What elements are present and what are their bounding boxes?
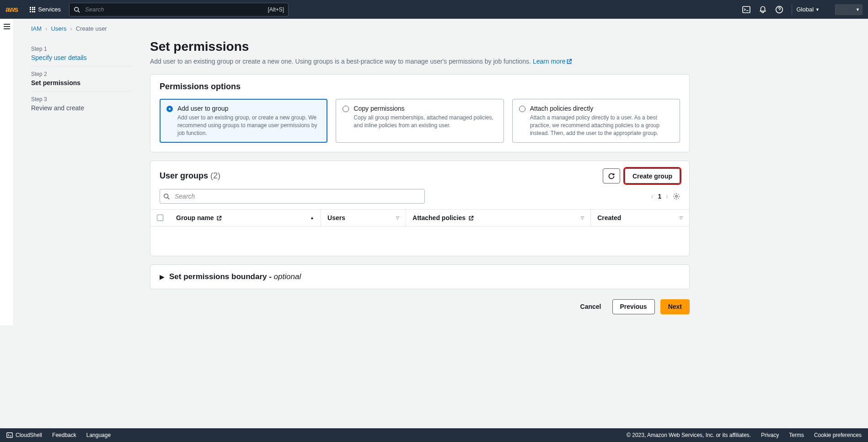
form-footer: Cancel Previous Next — [150, 297, 690, 325]
chevron-right-icon: › — [45, 25, 47, 32]
user-groups-title: User groups (2) — [160, 171, 220, 181]
services-menu[interactable]: Services — [25, 6, 65, 13]
search-shortcut: [Alt+S] — [268, 6, 284, 13]
step-1[interactable]: Step 1 Specify user details — [31, 41, 132, 66]
pagination: ‹ 1 › — [651, 193, 680, 200]
radio-icon — [343, 106, 349, 112]
external-link-icon — [216, 216, 222, 221]
svg-rect-2 — [743, 6, 750, 13]
top-nav: aws Services [Alt+S] Global ▼ ▼ — [0, 0, 868, 19]
option-title: Copy permissions — [354, 105, 404, 112]
col-users[interactable]: Users▽ — [321, 210, 406, 226]
cancel-button[interactable]: Cancel — [575, 299, 607, 314]
step-title: Specify user details — [31, 54, 132, 61]
option-add-to-group[interactable]: Add user to group Add user to an existin… — [160, 99, 327, 143]
step-label: Step 1 — [31, 46, 132, 52]
page-description: Add user to an existing group or create … — [150, 58, 690, 65]
svg-point-7 — [164, 194, 168, 198]
radio-icon — [519, 106, 525, 112]
services-label: Services — [38, 6, 61, 13]
next-button[interactable]: Next — [660, 299, 690, 314]
gear-icon[interactable] — [673, 193, 680, 200]
breadcrumb-users[interactable]: Users — [51, 25, 66, 32]
notifications-icon[interactable] — [759, 5, 767, 14]
col-group-name[interactable]: Group name ▲ — [170, 210, 321, 226]
previous-button[interactable]: Previous — [612, 299, 655, 314]
step-2: Step 2 Set permissions — [31, 66, 132, 92]
sort-asc-icon: ▲ — [310, 216, 314, 220]
col-created[interactable]: Created▽ — [591, 210, 689, 226]
step-label: Step 2 — [31, 71, 132, 77]
external-link-icon — [566, 59, 572, 65]
option-desc: Attach a managed policy directly to a us… — [530, 114, 673, 137]
breadcrumb-current: Create user — [76, 25, 107, 32]
caret-down-icon: ▼ — [815, 7, 820, 12]
breadcrumb: IAM › Users › Create user — [14, 19, 868, 35]
option-copy-permissions[interactable]: Copy permissions Copy all group membersh… — [336, 99, 504, 143]
create-group-button[interactable]: Create group — [625, 168, 680, 183]
aws-logo[interactable]: aws — [5, 5, 18, 14]
svg-line-1 — [78, 11, 80, 12]
group-search — [160, 189, 425, 204]
select-all-checkbox[interactable] — [157, 215, 163, 221]
option-title: Add user to group — [177, 105, 228, 112]
user-groups-panel: User groups (2) Create group — [150, 161, 690, 256]
permissions-boundary-title: Set permissions boundary - optional — [169, 272, 301, 281]
hamburger-icon[interactable] — [3, 23, 11, 30]
sort-icon: ▽ — [680, 216, 683, 220]
svg-point-0 — [75, 7, 79, 11]
wizard-steps: Step 1 Specify user details Step 2 Set p… — [31, 35, 132, 325]
refresh-button[interactable] — [603, 168, 620, 183]
left-rail — [0, 19, 14, 325]
global-search: [Alt+S] — [69, 3, 289, 16]
grid-icon — [30, 7, 35, 12]
sort-icon: ▽ — [396, 216, 399, 220]
caret-right-icon: ▶ — [160, 273, 165, 280]
breadcrumb-iam[interactable]: IAM — [31, 25, 42, 32]
permissions-options-panel: Permissions options Add user to group Ad… — [150, 74, 690, 152]
search-icon — [163, 193, 170, 199]
page-title: Set permissions — [150, 39, 690, 54]
learn-more-link[interactable]: Learn more — [533, 58, 573, 65]
cloudshell-icon[interactable] — [742, 5, 750, 14]
external-link-icon — [468, 216, 474, 221]
groups-table: Group name ▲ Users▽ Attached polici — [150, 209, 689, 256]
region-label: Global — [797, 6, 814, 13]
svg-point-9 — [675, 195, 677, 197]
step-title: Review and create — [31, 104, 132, 112]
option-desc: Copy all group memberships, attached man… — [354, 114, 497, 129]
step-label: Step 3 — [31, 96, 132, 102]
user-groups-count: (2) — [210, 171, 220, 180]
option-desc: Add user to an existing group, or create… — [177, 114, 321, 137]
col-attached-policies[interactable]: Attached policies ▽ — [406, 210, 591, 226]
page-number: 1 — [658, 193, 662, 200]
search-icon — [74, 6, 80, 13]
help-icon[interactable] — [775, 5, 783, 14]
group-search-input[interactable] — [160, 189, 425, 204]
svg-line-8 — [168, 198, 170, 199]
radio-icon — [166, 106, 173, 112]
region-selector[interactable]: Global ▼ — [792, 4, 825, 15]
refresh-icon — [608, 172, 615, 180]
search-input[interactable] — [69, 3, 289, 16]
page-prev[interactable]: ‹ — [651, 193, 654, 200]
page-next[interactable]: › — [666, 193, 668, 200]
topnav-right: Global ▼ ▼ — [742, 4, 863, 15]
permissions-boundary-toggle[interactable]: ▶ Set permissions boundary - optional — [150, 264, 690, 289]
step-title: Set permissions — [31, 79, 132, 86]
chevron-right-icon: › — [70, 25, 72, 32]
step-3: Step 3 Review and create — [31, 92, 132, 116]
option-title: Attach policies directly — [530, 105, 594, 112]
sort-icon: ▽ — [581, 216, 584, 220]
panel-header: Permissions options — [150, 75, 689, 99]
option-attach-policies[interactable]: Attach policies directly Attach a manage… — [512, 99, 680, 143]
account-menu[interactable]: ▼ — [835, 4, 863, 15]
